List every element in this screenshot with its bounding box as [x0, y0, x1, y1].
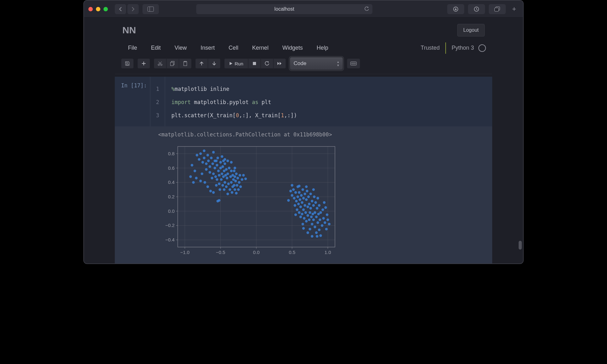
svg-point-171 [304, 204, 306, 207]
svg-text:0.2: 0.2 [168, 194, 175, 199]
move-down-button[interactable] [208, 58, 220, 69]
nav-buttons [115, 4, 139, 14]
command-palette-button[interactable] [347, 58, 360, 69]
svg-point-119 [237, 177, 239, 179]
menu-cell[interactable]: Cell [222, 42, 245, 54]
run-button[interactable]: Run [224, 58, 248, 69]
paste-button[interactable] [179, 58, 192, 69]
svg-point-135 [209, 190, 212, 192]
reload-icon[interactable] [364, 7, 369, 12]
svg-point-124 [241, 178, 243, 181]
kernel-idle-icon [478, 44, 486, 52]
svg-point-56 [196, 154, 198, 156]
svg-point-142 [230, 161, 232, 163]
address-bar[interactable]: localhost [196, 4, 372, 14]
downloads-button[interactable] [447, 4, 464, 14]
svg-point-182 [309, 193, 312, 195]
svg-point-6 [158, 64, 160, 66]
menu-widgets[interactable]: Widgets [276, 42, 310, 54]
svg-point-120 [237, 188, 240, 191]
svg-point-61 [203, 150, 205, 152]
svg-point-157 [297, 203, 300, 205]
menu-insert[interactable]: Insert [194, 42, 222, 54]
svg-point-194 [315, 216, 318, 218]
address-text: localhost [274, 6, 294, 12]
menu-file[interactable]: File [121, 42, 144, 54]
svg-point-78 [216, 178, 218, 181]
new-tab-button[interactable]: + [510, 5, 519, 13]
code-editor[interactable]: %matplotlib inline import matplotlib.pyp… [165, 77, 303, 126]
svg-point-184 [310, 216, 313, 218]
svg-point-100 [226, 173, 229, 175]
tabs-button[interactable] [489, 4, 506, 14]
add-cell-button[interactable] [137, 58, 150, 69]
svg-point-128 [193, 170, 196, 172]
logout-button[interactable]: Logout [457, 24, 485, 36]
maximize-window-button[interactable] [103, 7, 108, 11]
move-up-button[interactable] [195, 58, 208, 69]
svg-point-161 [299, 206, 302, 208]
svg-point-108 [231, 191, 233, 194]
svg-point-181 [309, 211, 311, 214]
history-button[interactable] [468, 4, 485, 14]
browser-titlebar: localhost + [84, 1, 523, 18]
svg-point-58 [199, 152, 202, 155]
restart-run-all-button[interactable] [273, 58, 286, 69]
svg-point-160 [298, 198, 301, 201]
kernel-status: Trusted Python 3 [421, 42, 486, 54]
scrollbar-thumb[interactable] [519, 241, 522, 250]
svg-point-112 [233, 170, 235, 172]
svg-point-66 [209, 165, 211, 168]
svg-point-192 [314, 226, 316, 228]
svg-point-92 [223, 170, 226, 172]
browser-window: localhost + NN Logout File Edit View Ins… [83, 0, 524, 264]
notebook-title[interactable]: NN [122, 25, 136, 36]
svg-point-113 [233, 184, 235, 186]
menu-kernel[interactable]: Kernel [245, 42, 276, 54]
svg-point-178 [307, 196, 310, 198]
svg-point-211 [291, 184, 293, 186]
svg-point-206 [321, 208, 324, 211]
cell-type-value: Code [294, 60, 307, 67]
line-number: 1 [150, 82, 165, 96]
minimize-window-button[interactable] [96, 7, 100, 11]
svg-point-103 [195, 177, 198, 179]
sidebar-toggle-button[interactable] [142, 4, 159, 14]
menu-view[interactable]: View [168, 42, 194, 54]
interrupt-button[interactable] [248, 58, 261, 69]
code-cell[interactable]: In [17]: 1 2 3 %matplotlib inline import… [115, 77, 492, 126]
output-area: <matplotlib.collections.PathCollection a… [115, 126, 492, 263]
svg-point-221 [311, 235, 313, 238]
svg-point-170 [304, 193, 306, 195]
menu-edit[interactable]: Edit [144, 42, 168, 54]
svg-point-136 [212, 191, 214, 194]
menu-help[interactable]: Help [310, 42, 335, 54]
close-window-button[interactable] [88, 7, 93, 11]
save-button[interactable] [121, 58, 134, 69]
copy-button[interactable] [166, 58, 179, 69]
svg-point-72 [212, 173, 214, 175]
cell-type-select[interactable]: Code ▲▼ [290, 57, 343, 70]
svg-point-104 [229, 188, 231, 191]
back-button[interactable] [115, 4, 126, 14]
svg-point-94 [224, 163, 226, 165]
forward-button[interactable] [127, 4, 139, 14]
svg-rect-10 [184, 62, 187, 66]
svg-point-144 [235, 192, 237, 194]
restart-button[interactable] [261, 58, 273, 69]
line-number: 2 [150, 96, 165, 109]
svg-point-65 [207, 160, 210, 162]
svg-point-90 [222, 175, 225, 178]
svg-point-190 [313, 196, 315, 198]
svg-point-138 [221, 155, 223, 158]
svg-point-114 [234, 175, 236, 178]
svg-point-64 [206, 154, 209, 156]
svg-point-59 [201, 161, 204, 163]
svg-point-87 [221, 173, 223, 175]
cut-button[interactable] [154, 58, 166, 69]
svg-point-220 [306, 231, 309, 234]
svg-point-71 [212, 151, 214, 153]
kernel-name[interactable]: Python 3 [452, 45, 474, 51]
svg-point-159 [298, 191, 300, 194]
divider [445, 42, 446, 54]
